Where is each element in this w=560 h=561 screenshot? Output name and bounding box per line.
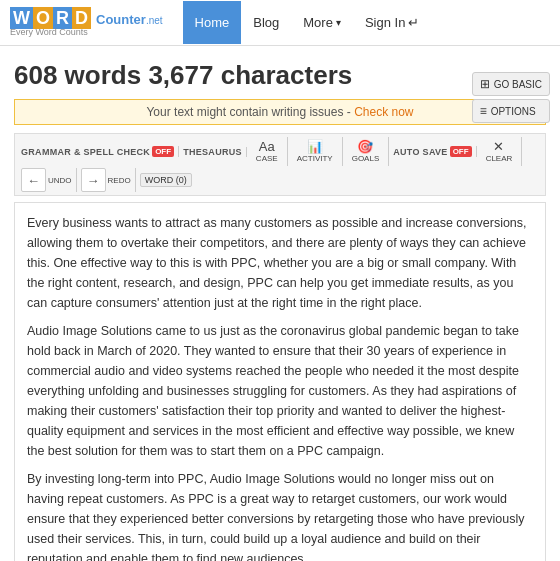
logo-tagline: Every Word Counts [10,27,163,37]
clear-icon: ✕ [493,140,504,153]
nav-signin[interactable]: Sign In ↵ [353,1,431,44]
logo-net: .net [146,15,163,26]
case-group: Aa CASE [251,137,288,166]
main-nav: Home Blog More ▾ Sign In ↵ [183,1,432,44]
undo-label: UNDO [48,176,72,185]
goals-icon: 🎯 [357,140,373,153]
logo-counter-text: Counter [96,12,146,27]
grammar-toggle[interactable]: OFF [152,146,174,157]
thesaurus-label: THESAURUS [183,147,242,157]
options-button[interactable]: ≡ OPTIONS [472,99,550,123]
redo-label: REDO [108,176,131,185]
redo-group: → REDO [81,168,136,192]
goals-button[interactable]: 🎯 GOALS [347,137,385,166]
options-label: OPTIONS [491,106,536,117]
thesaurus-group: THESAURUS [183,147,247,157]
clear-group: ✕ CLEAR [481,137,523,166]
writing-issues-text: Your text might contain writing issues - [146,105,350,119]
paragraph-1: Every business wants to attract as many … [27,213,533,313]
go-basic-icon: ⊞ [480,77,490,91]
logo-word: WORD [10,7,96,29]
grammar-group: GRAMMAR & SPELL CHECK OFF [21,146,179,157]
go-basic-button[interactable]: ⊞ GO BASIC [472,72,550,96]
activity-icon: 📊 [307,140,323,153]
word-count-group: WORD (0) [140,173,196,187]
options-icon: ≡ [480,104,487,118]
case-button[interactable]: Aa CASE [251,137,283,166]
undo-button[interactable]: ← [21,168,46,192]
header: WORD Counter.net Every Word Counts Home … [0,0,560,46]
writing-issues-bar: Your text might contain writing issues -… [14,99,546,125]
word-count-area: 608 words 3,677 characters Your text mig… [0,46,560,202]
word-count-title: 608 words 3,677 characters [14,60,546,91]
autosave-toggle[interactable]: OFF [450,146,472,157]
clear-button[interactable]: ✕ CLEAR [481,137,518,166]
undo-group: ← UNDO [21,168,77,192]
paragraph-2: Audio Image Solutions came to us just as… [27,321,533,461]
activity-button[interactable]: 📊 ACTIVITY [292,137,338,166]
case-icon: Aa [259,140,275,153]
check-now-link[interactable]: Check now [354,105,413,119]
autosave-group: AUTO SAVE OFF [393,146,476,157]
word-count-badge[interactable]: WORD (0) [140,173,192,187]
activity-group: 📊 ACTIVITY [292,137,343,166]
text-content-area[interactable]: Every business wants to attract as many … [14,202,546,561]
grammar-label: GRAMMAR & SPELL CHECK [21,147,150,157]
side-buttons: ⊞ GO BASIC ≡ OPTIONS [472,72,550,123]
nav-home[interactable]: Home [183,1,242,44]
goals-group: 🎯 GOALS [347,137,390,166]
chevron-down-icon: ▾ [336,17,341,28]
nav-blog[interactable]: Blog [241,1,291,44]
go-basic-label: GO BASIC [494,79,542,90]
signin-icon: ↵ [408,15,419,30]
toolbar: GRAMMAR & SPELL CHECK OFF THESAURUS Aa C… [14,133,546,196]
logo[interactable]: WORD Counter.net Every Word Counts [10,8,163,37]
paragraph-3: By investing long-term into PPC, Audio I… [27,469,533,561]
autosave-label: AUTO SAVE [393,147,447,157]
redo-button[interactable]: → [81,168,106,192]
nav-more[interactable]: More ▾ [291,1,353,44]
